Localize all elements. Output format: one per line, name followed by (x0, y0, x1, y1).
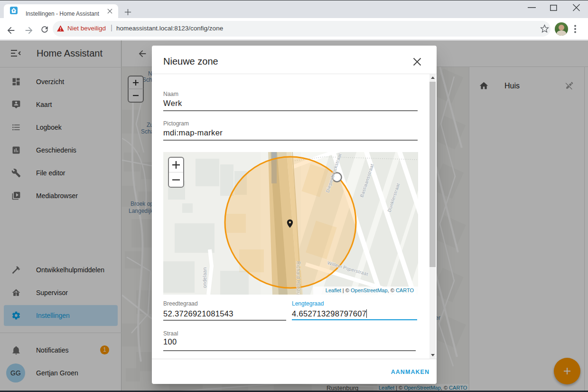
svg-text:Leaflet | © OpenStreetMap, © C: Leaflet | © OpenStreetMap, © CARTO (326, 287, 414, 293)
svg-text:ondelaan: ondelaan (202, 267, 207, 288)
svg-text:Richard Holstraat: Richard Holstraat (296, 261, 301, 295)
